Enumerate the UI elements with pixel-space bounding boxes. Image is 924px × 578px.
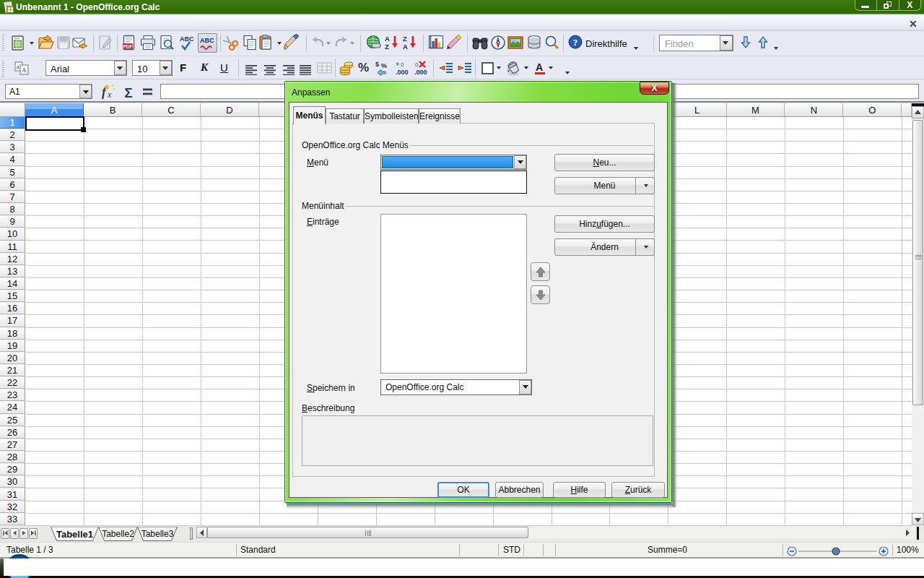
svg-text:A: A (536, 61, 543, 73)
svg-text:a: a (17, 64, 19, 70)
svg-text:?: ? (573, 37, 578, 48)
svg-text:A: A (22, 66, 27, 74)
svg-text:A: A (403, 43, 408, 51)
svg-text:x: x (107, 90, 112, 100)
svg-text:$: $ (375, 61, 379, 68)
svg-text:.000: .000 (414, 69, 427, 76)
svg-text:+: + (396, 61, 399, 68)
svg-text:.000: .000 (396, 69, 409, 76)
svg-text:0: 0 (415, 61, 419, 68)
svg-text:A: A (385, 35, 390, 43)
svg-text:Σ: Σ (124, 85, 132, 100)
svg-text:Z: Z (385, 43, 389, 51)
svg-text:0: 0 (401, 61, 404, 68)
svg-text:PDF: PDF (123, 44, 133, 49)
svg-text:%: % (381, 62, 387, 69)
svg-text:ABC: ABC (180, 35, 194, 43)
svg-text:Z: Z (403, 35, 407, 43)
svg-text:ABC: ABC (200, 37, 214, 44)
